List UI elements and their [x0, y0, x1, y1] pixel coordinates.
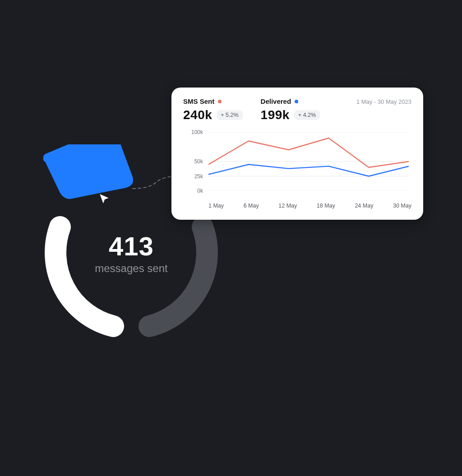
metric-delivered: Delivered 199k + 4.2%	[261, 97, 320, 122]
legend-dot-icon	[218, 100, 222, 103]
line-chart: 100k50k25k0k 1 May6 May12 May18 May24 Ma…	[183, 132, 411, 209]
metric-delta-badge: + 5.2%	[217, 110, 242, 120]
date-range: 1 May - 30 May 2023	[356, 97, 411, 105]
card-header: SMS Sent 240k + 5.2% Delivered 199k + 4.…	[183, 97, 411, 122]
metric-title-text: SMS Sent	[183, 97, 214, 105]
donut-label: messages sent	[43, 262, 219, 275]
x-tick-label: 30 May	[393, 203, 411, 209]
donut-value: 413	[43, 231, 219, 261]
x-tick-label: 1 May	[208, 203, 224, 209]
cursor-icon	[98, 193, 110, 205]
y-tick-label: 50k	[183, 158, 203, 165]
donut-center: 413 messages sent	[43, 231, 219, 275]
metric-delta-badge: + 4.2%	[294, 110, 320, 120]
x-tick-label: 18 May	[317, 203, 335, 209]
x-tick-label: 24 May	[355, 203, 373, 209]
y-tick-label: 100k	[183, 129, 203, 135]
legend-dot-icon	[295, 100, 298, 103]
metric-sms-sent: SMS Sent 240k + 5.2%	[183, 97, 243, 122]
metric-title-text: Delivered	[261, 97, 291, 105]
y-tick-label: 0k	[183, 188, 203, 194]
metric-title: Delivered	[261, 97, 320, 105]
metric-value: 240k	[183, 108, 212, 122]
x-axis: 1 May6 May12 May18 May24 May30 May	[208, 203, 411, 209]
y-tick-label: 25k	[183, 173, 203, 180]
stats-card: SMS Sent 240k + 5.2% Delivered 199k + 4.…	[171, 88, 423, 220]
x-tick-label: 12 May	[278, 203, 297, 209]
series-line	[208, 138, 409, 167]
metric-value: 199k	[261, 108, 290, 122]
plot-area	[208, 132, 409, 191]
metric-title: SMS Sent	[183, 97, 243, 105]
x-tick-label: 6 May	[244, 203, 259, 209]
